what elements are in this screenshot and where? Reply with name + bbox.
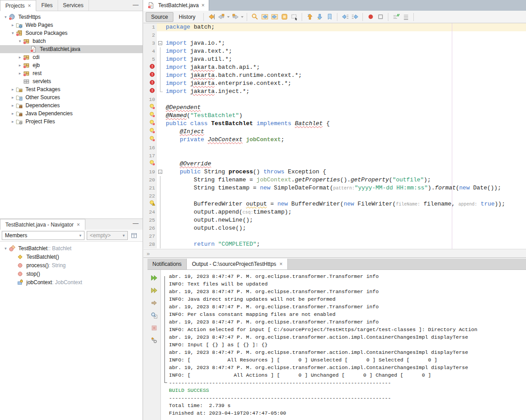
bookmark-icon[interactable] bbox=[324, 12, 334, 22]
output-tab-output[interactable]: Output - C:\sourceProject\TestHttps× bbox=[186, 259, 288, 269]
find-next-icon[interactable] bbox=[269, 12, 279, 22]
navigator-members-select[interactable]: Members ▾ bbox=[2, 231, 84, 240]
fold-marker[interactable] bbox=[157, 71, 164, 80]
tree-row-other-sources[interactable]: ▸Other Sources bbox=[0, 93, 143, 101]
prev-occurrence-icon[interactable] bbox=[305, 12, 315, 22]
fold-marker[interactable] bbox=[157, 47, 164, 55]
editor-line[interactable]: 2 bbox=[143, 31, 526, 39]
hint-error-icon[interactable] bbox=[149, 160, 155, 168]
panel-tab-projects[interactable]: Projects× bbox=[0, 0, 36, 11]
expander-closed-icon[interactable]: ▸ bbox=[17, 55, 23, 59]
expander-open-icon[interactable]: ▾ bbox=[17, 39, 23, 43]
close-icon[interactable]: × bbox=[77, 222, 80, 228]
hint-error-icon[interactable] bbox=[149, 128, 155, 136]
tree-row-ejb[interactable]: ▸ejb bbox=[0, 61, 143, 69]
error-badge-icon[interactable] bbox=[149, 71, 155, 80]
editor-line[interactable]: 17 bbox=[143, 152, 526, 160]
editor-line[interactable]: BufferedWriter output = new BufferedWrit… bbox=[143, 200, 526, 208]
tree-row-source-packages[interactable]: ▾Source Packages bbox=[0, 29, 143, 37]
tree-row-project-files[interactable]: ▸Project Files bbox=[0, 118, 143, 126]
fold-marker[interactable] bbox=[157, 216, 164, 224]
editor-line[interactable]: import jakarta.enterprise.context.*; bbox=[143, 80, 526, 88]
stop-button[interactable] bbox=[150, 324, 159, 332]
resume-button[interactable] bbox=[150, 299, 159, 307]
projects-minimize-button[interactable]: — bbox=[133, 1, 139, 8]
expander-closed-icon[interactable]: ▸ bbox=[10, 87, 16, 92]
caret-icon[interactable] bbox=[240, 12, 244, 22]
fold-marker[interactable] bbox=[157, 88, 164, 96]
tree-row-test-packages[interactable]: ▸Test Packages bbox=[0, 85, 143, 93]
expander-closed-icon[interactable]: ▸ bbox=[10, 119, 16, 124]
fold-marker[interactable] bbox=[157, 224, 164, 232]
fold-marker[interactable]: − bbox=[157, 39, 164, 47]
error-badge-icon[interactable] bbox=[149, 80, 155, 88]
error-badge-icon[interactable] bbox=[149, 88, 155, 96]
close-icon[interactable]: × bbox=[202, 2, 205, 8]
editor-line[interactable]: 20 String filename = jobContext.getPrope… bbox=[143, 176, 526, 184]
expander-open-icon[interactable]: ▾ bbox=[3, 246, 8, 251]
shift-left-icon[interactable] bbox=[340, 12, 350, 22]
editor-tab-testbatchlet[interactable]: TestBatchlet.java× bbox=[143, 0, 209, 11]
find-button[interactable] bbox=[150, 311, 159, 319]
fold-marker[interactable] bbox=[157, 232, 164, 240]
output-tab-notifications[interactable]: Notifications bbox=[147, 259, 186, 269]
tree-row-testbatchlet-java[interactable]: TestBatchlet.java bbox=[0, 45, 143, 53]
uncomment-icon[interactable] bbox=[401, 12, 411, 22]
fold-marker[interactable] bbox=[157, 200, 164, 208]
record-icon[interactable] bbox=[366, 12, 375, 22]
editor-line[interactable]: 25 output.newLine(); bbox=[143, 216, 526, 224]
editor-line[interactable]: 4import java.text.*; bbox=[143, 47, 526, 55]
expander-closed-icon[interactable]: ▸ bbox=[10, 111, 16, 116]
fold-marker[interactable] bbox=[157, 63, 164, 71]
expander-closed-icon[interactable]: ▸ bbox=[17, 63, 23, 67]
editor-line[interactable]: 24 output.append(csq:timestamp); bbox=[143, 208, 526, 216]
tree-row-java-dependencies[interactable]: ▸Java Dependencies bbox=[0, 109, 143, 118]
output-log[interactable]: abr. 19, 2023 8:47:47 P. M. org.eclipse.… bbox=[161, 270, 526, 420]
editor-line[interactable]: @Override bbox=[143, 160, 526, 168]
caret-icon[interactable] bbox=[226, 12, 230, 22]
editor-line[interactable]: 5import java.util.*; bbox=[143, 55, 526, 63]
navigator-row-stop-[interactable]: stop() bbox=[0, 269, 143, 278]
rerun-button[interactable] bbox=[150, 274, 159, 282]
editor-line[interactable]: 19− public String process() throws Excep… bbox=[143, 168, 526, 176]
back-icon[interactable] bbox=[216, 12, 226, 22]
panel-tab-files[interactable]: Files bbox=[36, 0, 58, 11]
find-icon[interactable] bbox=[250, 12, 260, 22]
editor-line[interactable]: @Dependent bbox=[143, 104, 526, 112]
expander-open-icon[interactable]: ▾ bbox=[10, 31, 16, 35]
error-badge-icon[interactable] bbox=[149, 63, 155, 72]
editor-line[interactable]: @Inject bbox=[143, 128, 526, 136]
editor-line[interactable]: import jakarta.batch.runtime.context.*; bbox=[143, 71, 526, 80]
expander-closed-icon[interactable]: ▸ bbox=[10, 23, 16, 27]
panel-tab-services[interactable]: Services bbox=[58, 0, 89, 11]
tree-row-batch[interactable]: ▾batch bbox=[0, 37, 143, 45]
tree-row-cdi[interactable]: ▸cdi bbox=[0, 53, 143, 61]
tree-row-rest[interactable]: ▸rest bbox=[0, 69, 143, 77]
fold-marker[interactable]: − bbox=[157, 168, 164, 176]
shift-right-icon[interactable] bbox=[350, 12, 360, 22]
history-view-button[interactable]: History bbox=[173, 12, 201, 22]
editor-line[interactable]: private JobContext jobContext; bbox=[143, 136, 526, 144]
close-icon[interactable]: × bbox=[28, 3, 31, 9]
editor-line[interactable]: import jakarta.batch.api.*; bbox=[143, 63, 526, 71]
close-icon[interactable]: × bbox=[279, 261, 282, 267]
navigator-columns-button[interactable] bbox=[130, 231, 141, 240]
editor-line[interactable]: 27 bbox=[143, 232, 526, 240]
navigator-tab[interactable]: TestBatchlet.java - Navigator× bbox=[0, 219, 85, 230]
tree-row-testhttps[interactable]: ▾TestHttps bbox=[0, 13, 143, 21]
editor-line[interactable]: 22 bbox=[143, 192, 526, 200]
stop-macro-icon[interactable] bbox=[375, 12, 385, 22]
expander-closed-icon[interactable]: ▸ bbox=[10, 95, 16, 100]
editor-breadcrumb[interactable]: » bbox=[143, 249, 526, 258]
expander-closed-icon[interactable]: ▸ bbox=[10, 103, 16, 108]
fold-marker[interactable] bbox=[157, 240, 164, 248]
fold-marker[interactable] bbox=[157, 80, 164, 88]
next-occurrence-icon[interactable] bbox=[315, 12, 324, 22]
editor-line[interactable]: @Named("TestBatchlet") bbox=[143, 112, 526, 120]
navigator-row-process-[interactable]: process() : String bbox=[0, 261, 143, 269]
fold-marker[interactable] bbox=[157, 184, 164, 192]
editor-line[interactable]: public class TestBatchlet implements Bat… bbox=[143, 120, 526, 128]
fold-marker[interactable] bbox=[157, 55, 164, 63]
navigator-minimize-button[interactable]: — bbox=[133, 220, 139, 227]
navigator-row-testbatchlet-[interactable]: TestBatchlet() bbox=[0, 252, 143, 261]
